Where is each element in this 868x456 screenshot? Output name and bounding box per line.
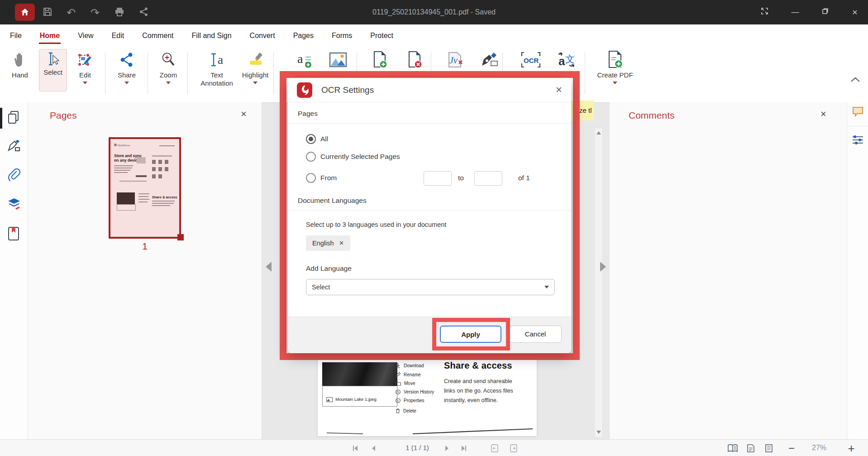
scroll-up-arrow[interactable] — [596, 131, 601, 134]
file-thumbnail-icon — [326, 397, 333, 402]
menu-comment[interactable]: Comment — [142, 32, 173, 40]
share-document-button[interactable] — [138, 7, 150, 19]
comments-toggle[interactable] — [852, 106, 864, 120]
from-page-input[interactable] — [424, 171, 452, 186]
menu-convert[interactable]: Convert — [250, 32, 275, 40]
fullscreen-button[interactable] — [758, 7, 771, 17]
collapse-right-panel-arrow[interactable] — [600, 262, 606, 272]
bookmark-icon — [7, 226, 20, 241]
maximize-button[interactable] — [818, 7, 832, 17]
create-pdf-dropdown-caret[interactable] — [613, 82, 617, 84]
document-scrollbar[interactable] — [594, 128, 603, 437]
dialog-close-button[interactable]: × — [556, 84, 562, 95]
menu-fill-and-sign[interactable]: Fill and Sign — [192, 32, 232, 40]
to-page-input[interactable] — [474, 171, 502, 186]
zoom-tool-button[interactable]: Zoom — [154, 50, 183, 84]
window-title: 0119_250210134945_001.pdf - Saved — [0, 0, 868, 24]
radio-from-label[interactable]: From — [320, 174, 337, 182]
menu-edit[interactable]: Edit — [112, 32, 124, 40]
comment-filter-button[interactable] — [852, 134, 864, 148]
hand-tool-button[interactable]: Hand — [5, 50, 34, 79]
menu-forms[interactable]: Forms — [332, 32, 352, 40]
cancel-button[interactable]: Cancel — [509, 326, 562, 343]
toolbar-separator — [187, 53, 188, 94]
save-button[interactable] — [42, 7, 53, 19]
last-page-button[interactable] — [458, 442, 470, 454]
select-tool-button[interactable]: Select — [39, 49, 67, 91]
pages-panel-toggle[interactable] — [7, 110, 21, 124]
document-file-card: Mountain Lake 1.jpeg — [322, 386, 397, 407]
add-page-icon — [365, 50, 394, 70]
first-page-button[interactable] — [349, 442, 361, 454]
continuous-view-button[interactable] — [763, 442, 775, 454]
single-page-view-button[interactable] — [745, 442, 757, 454]
bookmarks-panel-toggle[interactable] — [7, 226, 21, 240]
attachments-panel-toggle[interactable] — [7, 168, 21, 182]
signatures-panel-toggle[interactable] — [7, 139, 21, 153]
radio-all[interactable] — [306, 134, 316, 144]
create-pdf-icon — [596, 50, 634, 70]
text-annotation-icon: a — [198, 50, 236, 70]
home-button[interactable] — [15, 4, 35, 21]
highlight-dropdown-caret[interactable] — [253, 82, 258, 84]
page-thumbnail-1[interactable]: MobiDrive Store and sync on any device S… — [109, 137, 181, 239]
section-divider — [288, 210, 571, 211]
menu-view[interactable]: View — [78, 32, 93, 40]
add-page-button[interactable] — [365, 50, 394, 70]
zoom-in-button[interactable]: + — [845, 442, 857, 454]
radio-from[interactable] — [306, 173, 316, 183]
add-language-select[interactable]: Select — [306, 279, 555, 295]
radio-currently-selected[interactable] — [306, 152, 316, 162]
text-annotation-button[interactable]: a TextAnnotation — [198, 50, 236, 87]
print-button[interactable] — [114, 7, 125, 19]
undo-button[interactable]: ↶ — [65, 7, 77, 19]
zoom-dropdown-caret[interactable] — [166, 82, 171, 84]
menu-file[interactable]: File — [10, 32, 22, 40]
thumb-heading-1: Store and sync — [114, 154, 142, 158]
redo-icon: ↷ — [91, 6, 100, 19]
layers-panel-toggle[interactable] — [7, 197, 21, 211]
previous-view-button[interactable] — [489, 442, 501, 454]
menu-home[interactable]: Home — [40, 32, 60, 40]
share-access-heading: Share & access — [444, 360, 512, 371]
menu-protect[interactable]: Protect — [370, 32, 393, 40]
pages-panel-close-button[interactable]: × — [241, 110, 247, 119]
language-chip-english[interactable]: English × — [306, 235, 350, 251]
languages-hint: Select up to 3 languages used in your do… — [306, 221, 446, 228]
menu-pages[interactable]: Pages — [293, 32, 314, 40]
remove-signature-button[interactable]: Jv — [440, 50, 469, 70]
tooltip-text-right: ze tl — [579, 106, 592, 114]
layers-edit-icon — [7, 197, 21, 210]
edit-dropdown-caret[interactable] — [83, 82, 87, 84]
redo-button[interactable]: ↷ — [89, 7, 101, 19]
scroll-down-arrow[interactable] — [596, 431, 601, 434]
collapse-left-panel-arrow[interactable] — [266, 262, 272, 272]
zoom-out-button[interactable]: − — [786, 442, 797, 454]
next-page-button[interactable] — [441, 442, 453, 454]
next-view-button[interactable] — [508, 442, 520, 454]
previous-page-button[interactable] — [367, 442, 379, 454]
add-text-button[interactable]: a — [289, 50, 318, 70]
chip-remove-icon[interactable]: × — [339, 239, 344, 248]
share-nodes-icon — [119, 52, 134, 67]
ctx-download: Download — [396, 363, 424, 368]
radio-all-label[interactable]: All — [320, 135, 328, 143]
add-language-label: Add Language — [306, 264, 352, 273]
two-page-view-button[interactable] — [727, 442, 739, 454]
delete-page-button[interactable] — [400, 50, 429, 70]
radio-currently-selected-label[interactable]: Currently Selected Pages — [320, 153, 400, 161]
highlight-button[interactable]: Highlight — [237, 50, 273, 84]
collapse-ribbon-button[interactable] — [850, 76, 862, 85]
minimize-button[interactable]: — — [788, 7, 802, 17]
insert-image-button[interactable] — [324, 50, 353, 70]
share-dropdown-caret[interactable] — [124, 82, 129, 84]
translate-button[interactable]: a 文 — [551, 50, 580, 70]
share-tool-button[interactable]: Share — [112, 50, 141, 84]
close-window-button[interactable]: × — [848, 7, 862, 17]
edit-tool-button[interactable]: Edit — [71, 50, 100, 84]
create-pdf-button[interactable]: Create PDF — [596, 50, 634, 84]
ocr-button[interactable]: OCR — [516, 50, 545, 70]
thumbnail-resize-handle[interactable] — [177, 234, 184, 240]
fill-sign-pen-button[interactable] — [475, 50, 504, 70]
comments-panel-close-button[interactable]: × — [820, 110, 826, 119]
